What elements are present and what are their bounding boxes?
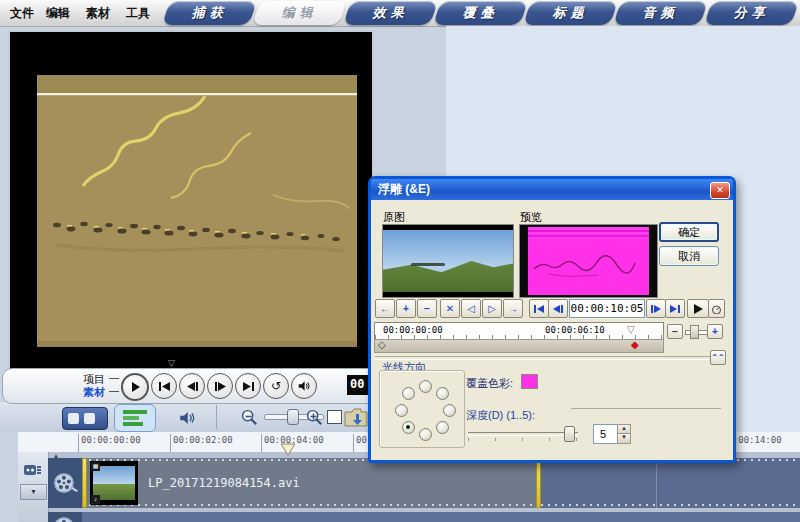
ruler-label: 00:00:00:00 (81, 435, 141, 445)
zoom-out-icon[interactable] (240, 408, 258, 430)
film-reel-icon (52, 470, 78, 496)
dialog-title-bar[interactable]: 浮雕 (&E) ✕ (371, 179, 733, 200)
clip-filename: LP_20171219084154.avi (148, 476, 300, 490)
scroll-down-icon[interactable]: ▼ (20, 484, 47, 500)
tab-edit[interactable]: 编辑 (252, 1, 347, 25)
video-clip[interactable]: ▦ ♪ LP_20171219084154.avi (82, 458, 536, 508)
overlay-color-label: 覆盖色彩: (466, 376, 513, 391)
light-dir-s-radio[interactable] (419, 428, 432, 441)
light-dir-sw-radio[interactable] (402, 421, 415, 434)
browse-media-icon[interactable] (343, 404, 369, 430)
dialog-zoom-in-icon[interactable]: + (707, 324, 723, 339)
light-dir-w-radio[interactable] (395, 404, 408, 417)
menu-clip[interactable]: 素材 (86, 5, 110, 22)
overlay-track[interactable] (82, 512, 800, 522)
depth-label: 深度(D) (1..5): (466, 408, 535, 423)
light-direction-group (379, 370, 465, 448)
connector (109, 391, 119, 392)
zoom-slider-handle[interactable] (287, 409, 299, 425)
light-dir-e-radio[interactable] (443, 404, 456, 417)
fit-project-icon[interactable] (327, 410, 342, 424)
light-dir-n-radio[interactable] (419, 380, 432, 393)
keyframe-start-diamond-icon[interactable]: ◇ (378, 339, 386, 350)
collapse-chevron-icon[interactable]: ⌃⌃ (710, 350, 726, 365)
clip-trim-end-handle[interactable] (536, 458, 541, 508)
menu-tools[interactable]: 工具 (126, 5, 150, 22)
end-button[interactable] (235, 373, 261, 399)
timeline-view-icon[interactable] (114, 404, 156, 432)
timeline-scrubber[interactable] (280, 443, 296, 456)
tab-capture[interactable]: 捕获 (162, 1, 257, 25)
dialog-play-icon[interactable] (687, 299, 709, 318)
original-thumbnail (382, 224, 514, 298)
depth-spin-down-icon[interactable]: ▼ (617, 433, 631, 444)
playback-panel: 项目 素材 ↺ 00 (2, 368, 378, 404)
next-keyframe-icon[interactable]: ▷ (482, 299, 502, 318)
filter-preview-thumbnail (519, 224, 658, 298)
tab-title[interactable]: 标题 (523, 1, 618, 25)
preview-window: ▽ (8, 30, 374, 372)
preview-video-frame (37, 75, 357, 347)
clip-thumbnail[interactable]: ▦ ♪ (90, 461, 138, 505)
depth-rule (571, 408, 721, 410)
menu-edit[interactable]: 编辑 (46, 5, 70, 22)
volume-button[interactable] (291, 373, 317, 399)
close-icon[interactable]: ✕ (710, 182, 730, 199)
depth-slider-handle[interactable] (564, 426, 575, 442)
dialog-ruler[interactable]: 00:00:00:00 00:00:06:10 ▽ (374, 322, 664, 340)
home-button[interactable] (151, 373, 177, 399)
sound-mixer-icon[interactable] (172, 407, 202, 428)
menu-file[interactable]: 文件 (10, 5, 34, 22)
depth-slider-ticks (468, 438, 579, 441)
add-keyframe-icon[interactable]: + (396, 299, 416, 318)
step-forward-icon[interactable] (646, 299, 666, 318)
tab-effect[interactable]: 效果 (343, 1, 438, 25)
tab-share[interactable]: 分享 (704, 1, 799, 25)
tab-overlay[interactable]: 覆叠 (433, 1, 528, 25)
ok-button[interactable]: 确定 (659, 222, 719, 242)
preview-resize-handle-icon[interactable]: ▽ (168, 358, 175, 368)
step-tab-band: 捕获 编辑 效果 覆叠 标题 音频 分享 (166, 1, 798, 25)
jump-start-icon[interactable] (529, 299, 549, 318)
track-manager-icon[interactable] (23, 462, 43, 478)
audio-badge-icon: ♪ (91, 495, 100, 504)
video-clip-rest[interactable] (541, 458, 800, 508)
dialog-ruler-marker-icon[interactable]: ▽ (627, 324, 635, 335)
jump-end-icon[interactable] (665, 299, 685, 318)
goto-start-keyframe-icon[interactable]: ← (375, 299, 395, 318)
render-speed-icon[interactable] (708, 299, 725, 318)
dialog-timecode[interactable]: 00:00:10:05 (569, 299, 645, 318)
emboss-filter-dialog: 浮雕 (&E) ✕ 原图 预览 确定 取消 ← + − ✕ ◁ ▷ → 00:0… (368, 176, 736, 463)
light-dir-ne-radio[interactable] (436, 387, 449, 400)
dialog-zoom-out-icon[interactable]: − (667, 324, 683, 339)
cancel-button[interactable]: 取消 (659, 246, 719, 266)
overlay-color-swatch[interactable] (521, 374, 538, 389)
play-button[interactable] (121, 373, 149, 401)
goto-end-keyframe-icon[interactable]: → (503, 299, 523, 318)
dialog-zoom-handle[interactable] (690, 325, 699, 339)
keyframe-current-diamond-icon[interactable]: ◆ (631, 339, 639, 350)
zoom-in-icon[interactable] (305, 408, 323, 430)
light-dir-nw-radio[interactable] (402, 387, 415, 400)
step-back-icon[interactable] (548, 299, 568, 318)
depth-value-field[interactable]: 5 (593, 424, 619, 444)
next-frame-button[interactable] (207, 373, 233, 399)
video-track-header[interactable] (48, 458, 83, 508)
depth-slider-track[interactable] (468, 432, 578, 436)
repeat-button[interactable]: ↺ (263, 373, 289, 399)
dialog-ruler-start: 00:00:00:00 (383, 325, 443, 335)
prev-keyframe-icon[interactable]: ◁ (461, 299, 481, 318)
clip-trim-start-handle[interactable] (82, 458, 87, 508)
remove-keyframe-icon[interactable]: − (417, 299, 437, 318)
original-label: 原图 (383, 210, 405, 225)
tab-audio[interactable]: 音频 (614, 1, 709, 25)
light-dir-se-radio[interactable] (436, 421, 449, 434)
mode-clip-label[interactable]: 素材 (83, 385, 105, 400)
scene-badge-icon: ▦ (91, 462, 100, 471)
storyboard-view-icon[interactable] (62, 407, 108, 430)
prev-frame-button[interactable] (179, 373, 205, 399)
keyframe-strip[interactable]: ◇ ◆ (374, 339, 664, 353)
track-gutter: ▼ (18, 452, 49, 522)
overlay-track-header[interactable] (48, 512, 83, 522)
reverse-keyframes-icon[interactable]: ✕ (440, 299, 460, 318)
